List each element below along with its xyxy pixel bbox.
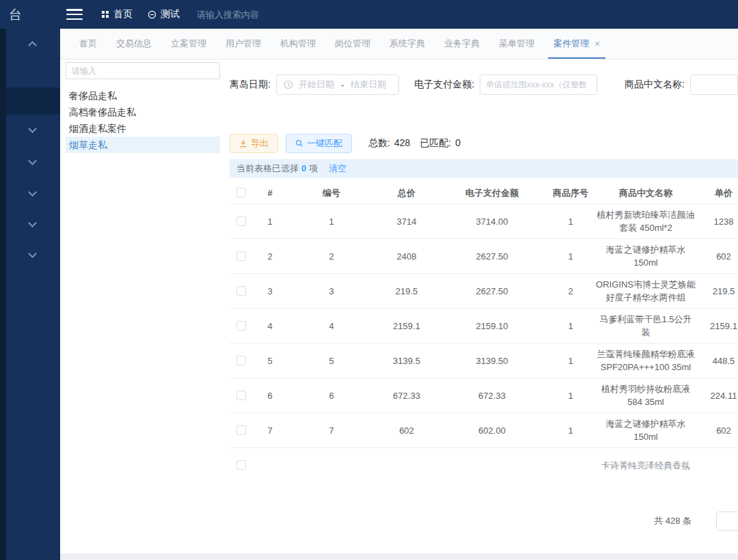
cell-index: 5 [253,351,287,371]
select-all-checkbox[interactable] [236,188,246,197]
case-type-item[interactable]: 奢侈品走私 [66,87,220,104]
table-row: 5 5 3139.5 3139.50 1 兰蔻菁纯臻颜精华粉底液SPF20PA+… [230,344,738,378]
case-main-panel: 离岛日期: 开始日期 - 结束日期 电子支付金额: 商品中文名称: [226,59,738,559]
row-checkbox[interactable] [236,425,246,435]
outer-rail [0,29,6,560]
clear-selection-link[interactable]: 清空 [329,163,346,175]
tab[interactable]: 案件管理 × [544,29,610,59]
cell-index: 2 [253,247,287,266]
chevron-down-icon[interactable] [29,157,36,164]
cell-total: 3714 [376,212,437,232]
cell-unit-price: 219.5 [697,281,738,301]
total-value: 428 [394,137,410,150]
table-row: 4 4 2159.1 2159.10 1 马爹利蓝带干邑1.5公升装 2159.… [230,309,738,344]
case-search-input[interactable] [66,62,220,79]
chevron-down-icon[interactable] [29,219,36,226]
tab[interactable]: 交易信息 [107,29,161,59]
tab[interactable]: 机构管理 [271,29,325,59]
chevron-down-icon[interactable] [29,250,36,257]
tab[interactable]: 首页 [70,29,107,59]
epay-filter-input[interactable] [480,74,597,95]
pagination-bar: 共 428 条 [226,512,738,531]
tab-label: 案件管理 [554,38,589,50]
tab-close-icon[interactable]: × [594,38,600,49]
case-type-label: 奢侈品走私 [69,90,117,101]
date-end-placeholder[interactable]: 结束日期 [345,79,392,91]
tab[interactable]: 岗位管理 [325,29,380,59]
product-name-filter-label: 商品中文名称: [625,79,685,91]
cell-total: 3139.5 [376,351,437,371]
cell-code: 5 [287,351,376,371]
record-count: 共 428 条 [654,515,692,527]
content-area: 首页 交易信息 立案管理 用户管理 机构管理 [60,29,738,560]
cell-unit-price [697,462,738,468]
cell-unit-price: 2159.1 [697,316,738,336]
header-seq: 商品序号 [547,183,594,203]
table-row: 1 1 3714 3714.00 1 植村秀新琥珀臻萃洁颜油套装 450ml*2… [230,204,738,239]
product-name-filter-input[interactable] [690,74,738,95]
cell-epay: 3714.00 [437,212,547,232]
tab[interactable]: 业务字典 [435,29,489,59]
tab[interactable]: 系统字典 [380,29,435,59]
header-unit-price: 单价 [697,183,738,203]
collapsed-sidebar [6,29,60,560]
case-type-label: 烟草走私 [69,139,107,150]
cell-total: 602 [376,421,437,440]
chevron-up-icon[interactable] [29,40,36,46]
total-label: 总数: [368,137,390,150]
chevron-down-icon[interactable] [29,188,36,195]
cell-code: 6 [287,386,376,406]
selection-prefix: 当前表格已选择 [236,163,299,175]
row-checkbox[interactable] [236,460,246,470]
row-checkbox[interactable] [236,216,246,226]
selection-info-bar: 当前表格已选择 0 项 清空 [230,159,738,178]
topnav-home-label: 首页 [113,8,133,20]
case-type-item[interactable]: 烟酒走私案件 [66,120,220,137]
cell-index: 6 [253,386,287,406]
table-row: 6 6 672.33 672.33 1 植村秀羽纱持妆粉底液 584 35ml … [230,378,738,413]
case-type-item[interactable]: 烟草走私 [66,137,220,153]
global-search[interactable] [197,0,333,29]
date-filter-label: 离岛日期: [230,79,271,91]
cell-product-name: 植村秀新琥珀臻萃洁颜油套装 450ml*2 [594,205,697,238]
row-checkbox[interactable] [236,356,246,365]
topnav-test[interactable]: 测试 [148,8,180,20]
sidebar-active-item[interactable] [6,87,60,115]
cell-total: 219.5 [376,281,437,301]
row-checkbox[interactable] [236,286,246,296]
collapse-menu-icon[interactable] [66,9,83,20]
cell-index: 3 [253,281,287,301]
cell-seq: 1 [547,316,594,336]
tab-label: 系统字典 [390,38,425,50]
row-checkbox[interactable] [236,391,246,400]
cell-epay: 2159.10 [437,316,547,336]
cell-index: 1 [253,212,287,232]
selection-suffix: 项 [309,163,318,175]
date-range-picker[interactable]: 开始日期 - 结束日期 [276,74,399,95]
topnav-home[interactable]: 首页 [101,8,133,20]
cell-product-name: 马爹利蓝带干邑1.5公升装 [594,309,697,342]
tab[interactable]: 立案管理 [161,29,216,59]
header-code: 编号 [287,183,376,203]
page-size-select[interactable] [716,512,738,531]
cell-product-name: 植村秀羽纱持妆粉底液 584 35ml [594,379,697,412]
match-counts: 总数: 428 已匹配: 0 [368,137,461,150]
date-start-placeholder[interactable]: 开始日期 [293,79,340,91]
cell-epay: 602.00 [437,421,547,440]
cell-unit-price: 1238 [697,212,738,232]
tab[interactable]: 用户管理 [216,29,271,59]
table-header-row: # 编号 总价 电子支付金额 商品序号 商品中文名称 单价 [230,182,738,204]
row-checkbox[interactable] [236,321,246,331]
export-button[interactable]: 导出 [230,134,278,153]
cell-product-name: 兰蔻菁纯臻颜精华粉底液SPF20PA+++100 35ml [594,344,697,377]
tab[interactable]: 菜单管理 [489,29,544,59]
cell-total: 2159.1 [376,316,437,336]
cell-code: 4 [287,316,376,336]
cell-seq [547,462,594,468]
one-click-match-button[interactable]: 一键匹配 [286,134,352,153]
global-search-input[interactable] [197,10,333,20]
row-checkbox[interactable] [236,251,246,261]
chevron-down-icon[interactable] [29,125,36,132]
bottom-strip [60,553,738,560]
case-type-item[interactable]: 高档奢侈品走私 [66,104,220,120]
